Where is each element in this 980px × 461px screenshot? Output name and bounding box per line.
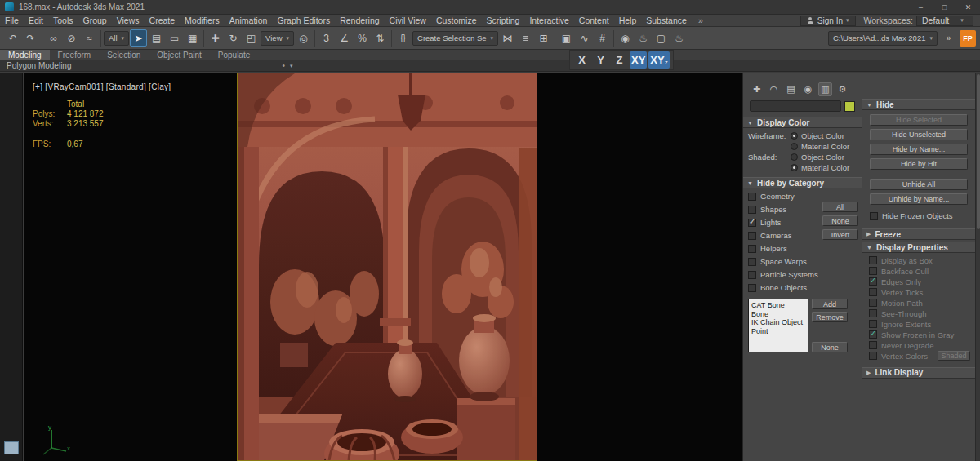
category-none-button[interactable]: None — [822, 215, 858, 226]
category-invert-button[interactable]: Invert — [822, 229, 858, 240]
schematic-view-icon[interactable]: # — [594, 29, 611, 47]
menu-rendering[interactable]: Rendering — [335, 15, 384, 27]
checkbox-icon[interactable] — [748, 258, 756, 266]
menu-overflow-chevron[interactable]: » — [692, 15, 710, 27]
object-color-swatch[interactable] — [844, 101, 855, 112]
ribbon-flyout-controls[interactable]: • ▾ — [283, 61, 293, 70]
hide-frozen-objects-checkbox[interactable]: Hide Frozen Objects — [862, 208, 975, 227]
tab-populate[interactable]: Populate — [210, 50, 258, 60]
angle-snap-icon[interactable]: ∠ — [336, 29, 353, 47]
maximize-button[interactable]: □ — [933, 0, 956, 15]
select-and-scale-icon[interactable]: ◰ — [243, 29, 260, 47]
layer-manager-icon[interactable]: ⊞ — [535, 29, 552, 47]
menu-views[interactable]: Views — [112, 15, 145, 27]
selection-filter-dropdown[interactable]: All ▾ — [104, 31, 129, 46]
wireframe-object-color-radio[interactable]: Object Color — [791, 131, 858, 140]
window-crossing-icon[interactable]: ▦ — [184, 29, 201, 47]
radio-icon[interactable] — [791, 143, 798, 150]
menu-scripting[interactable]: Scripting — [482, 15, 525, 27]
constraint-xy-plane-button[interactable]: XYz — [648, 51, 669, 69]
display-properties-rollout-header[interactable]: ▼ Display Properties — [862, 242, 975, 253]
workspace-select[interactable]: Default ▾ — [916, 16, 973, 26]
display-color-rollout-header[interactable]: ▼ Display Color — [743, 117, 862, 128]
align-icon[interactable]: ≡ — [517, 29, 534, 47]
category-shapes[interactable]: Shapes — [748, 205, 822, 214]
menu-animation[interactable]: Animation — [225, 15, 273, 27]
panel-scrollbar[interactable] — [975, 73, 980, 461]
link-display-rollout-header[interactable]: ▶ Link Display — [862, 367, 975, 379]
select-and-move-icon[interactable]: ✚ — [207, 29, 224, 47]
checkbox-icon[interactable] — [748, 284, 756, 292]
category-geometry[interactable]: Geometry — [748, 192, 822, 201]
category-lights[interactable]: Lights — [748, 218, 822, 227]
hide-by-category-rollout-header[interactable]: ▼ Hide by Category — [743, 177, 862, 188]
radio-icon[interactable] — [791, 153, 798, 161]
menu-interactive[interactable]: Interactive — [524, 15, 573, 27]
object-name-field[interactable] — [750, 100, 841, 112]
tab-object-paint[interactable]: Object Paint — [149, 50, 209, 60]
hide-by-name-button[interactable]: Hide by Name... — [870, 144, 968, 155]
project-folder-dropdown[interactable]: C:\Users\Ad...ds Max 2021 ▾ — [828, 31, 938, 46]
modify-tab-icon[interactable]: ◠ — [767, 82, 781, 96]
unlink-selection-icon[interactable]: ⊘ — [63, 29, 80, 47]
menu-group[interactable]: Group — [78, 15, 112, 27]
category-remove-button[interactable]: Remove — [812, 312, 848, 322]
percent-snap-icon[interactable]: % — [354, 29, 371, 47]
shaded-object-color-radio[interactable]: Object Color — [791, 153, 858, 162]
radio-icon[interactable] — [791, 132, 798, 140]
checkbox-icon[interactable] — [748, 245, 756, 253]
bone-category-list[interactable]: CAT Bone Bone IK Chain Object Point — [748, 299, 808, 352]
viewport-layout-button[interactable] — [4, 441, 19, 454]
category-all-button[interactable]: All — [822, 202, 858, 212]
sign-in-button[interactable]: Sign In ▾ — [800, 16, 856, 26]
named-selection-sets-icon[interactable]: {} — [394, 29, 412, 47]
viewport[interactable]: [+] [VRayCam001] [Standard] [Clay] Total… — [24, 73, 742, 461]
unhide-all-button[interactable]: Unhide All — [870, 179, 968, 190]
category-add-button[interactable]: Add — [812, 299, 848, 309]
tab-freeform[interactable]: Freeform — [50, 50, 100, 60]
menu-content[interactable]: Content — [574, 15, 614, 27]
polygon-modeling-panel-label[interactable]: Polygon Modeling — [0, 61, 78, 70]
unhide-by-name-button[interactable]: Unhide by Name... — [870, 193, 968, 205]
menu-graph-editors[interactable]: Graph Editors — [272, 15, 335, 27]
utilities-tab-icon[interactable]: ⚙ — [835, 82, 849, 96]
named-selection-set-dropdown[interactable]: Create Selection Se ▾ — [412, 31, 498, 46]
ribbon-pin-icon[interactable]: • — [283, 61, 286, 70]
tab-selection[interactable]: Selection — [99, 50, 149, 60]
select-and-rotate-icon[interactable]: ↻ — [225, 29, 242, 47]
list-item[interactable]: IK Chain Object — [751, 318, 805, 327]
material-editor-icon[interactable]: ◉ — [617, 29, 634, 47]
spinner-snap-icon[interactable]: ⇅ — [372, 29, 389, 47]
minimize-button[interactable]: – — [909, 0, 933, 15]
close-button[interactable]: ✕ — [956, 0, 980, 15]
tab-modeling[interactable]: Modeling — [0, 50, 50, 60]
render-production-icon[interactable]: ♨ — [670, 29, 688, 47]
category-space-warps[interactable]: Space Warps — [748, 257, 822, 266]
menu-create[interactable]: Create — [145, 15, 180, 27]
menu-customize[interactable]: Customize — [431, 15, 482, 27]
hide-by-hit-button[interactable]: Hide by Hit — [870, 158, 968, 170]
checkbox-icon[interactable] — [748, 206, 756, 214]
constraint-y-button[interactable]: Y — [592, 51, 609, 69]
scrollbar-thumb[interactable] — [977, 74, 980, 229]
create-tab-icon[interactable]: ✚ — [750, 82, 764, 96]
wireframe-material-color-radio[interactable]: Material Color — [791, 142, 858, 151]
forest-pack-icon[interactable]: FP — [960, 30, 976, 47]
shaded-material-color-radio[interactable]: Material Color — [791, 163, 858, 172]
viewport-label[interactable]: [+] [VRayCam001] [Standard] [Clay] — [33, 82, 171, 91]
select-and-place-icon[interactable]: ◎ — [295, 29, 312, 47]
mirror-icon[interactable]: ⋈ — [499, 29, 516, 47]
menu-civil-view[interactable]: Civil View — [385, 15, 431, 27]
menu-help[interactable]: Help — [614, 15, 642, 27]
constraint-xy-button[interactable]: XY — [630, 51, 647, 69]
list-item[interactable]: Point — [751, 327, 805, 336]
menu-edit[interactable]: Edit — [24, 15, 48, 27]
category-cameras[interactable]: Cameras — [748, 231, 822, 240]
checkbox-icon[interactable] — [748, 232, 756, 240]
menu-tools[interactable]: Tools — [48, 15, 78, 27]
render-setup-icon[interactable]: ♨ — [635, 29, 652, 47]
category-particle-systems[interactable]: Particle Systems — [748, 270, 822, 279]
motion-tab-icon[interactable]: ◉ — [801, 82, 815, 96]
select-and-link-icon[interactable]: ∞ — [45, 29, 62, 47]
toolbar-overflow-chevron[interactable]: » — [940, 29, 957, 47]
